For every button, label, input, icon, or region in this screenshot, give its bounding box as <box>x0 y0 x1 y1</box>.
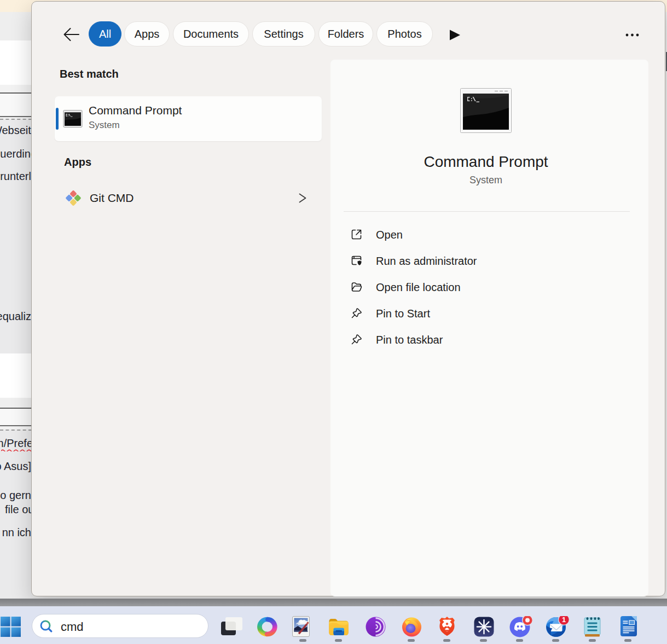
svg-text:1: 1 <box>562 616 566 624</box>
